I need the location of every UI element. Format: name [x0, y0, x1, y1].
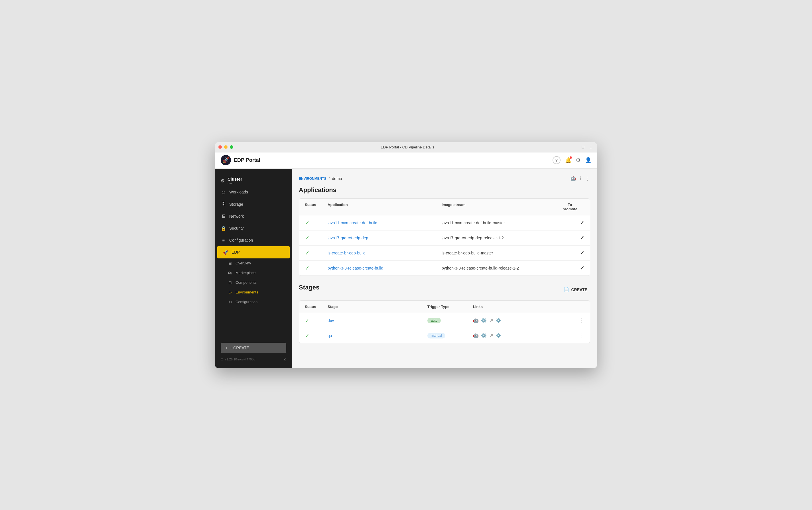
col-status: Status: [305, 203, 327, 211]
table-row: ✓ qa manual 🤖 ⚙️ ↗ ⚙️ ⋮: [299, 328, 590, 343]
app-header: 🚀 EDP Portal ? 🔔 ⚙ 👤: [215, 152, 597, 169]
sidebar-item-edp[interactable]: 🚀 EDP: [217, 246, 290, 259]
settings-button[interactable]: ⚙: [576, 157, 580, 163]
status-check-icon: ✓: [305, 235, 310, 241]
applications-table: Status Application Image stream Topromot…: [299, 198, 590, 276]
cluster-text: Cluster main: [228, 177, 242, 185]
table-row: ✓ js-create-br-edp-build js-create-br-ed…: [299, 246, 590, 261]
breadcrumb-parent[interactable]: ENVIRONMENTS: [299, 177, 326, 181]
version-info: ⊙ v1.26.10-eks-4f4795d ❮: [215, 355, 292, 364]
status-check-icon: ✓: [305, 220, 310, 226]
table-row: ✓ java17-grd-crt-edp-dep java17-grd-crt-…: [299, 231, 590, 246]
more-icon[interactable]: ⋮: [585, 176, 590, 182]
sidebar-sub-edp-configuration[interactable]: ⚙ Configuration: [215, 297, 292, 307]
app-link[interactable]: js-create-br-edp-build: [327, 251, 366, 255]
robot-icon[interactable]: 🤖: [571, 176, 576, 181]
col-trigger: Trigger Type: [427, 305, 473, 309]
notifications-button[interactable]: 🔔: [565, 157, 571, 163]
stage-link[interactable]: dev: [327, 318, 334, 323]
breadcrumb: ENVIRONMENTS / demo 🤖 ℹ ⋮: [299, 176, 590, 182]
sidebar-sub-components[interactable]: ⊟ Components: [215, 278, 292, 288]
sidebar-item-configuration[interactable]: ≡ Configuration: [215, 235, 292, 246]
sidebar-cluster[interactable]: ⚙ Cluster main: [215, 173, 292, 186]
stages-create-button[interactable]: 📄 CREATE: [561, 285, 590, 294]
window-icon-1[interactable]: □: [582, 145, 586, 149]
breadcrumb-actions: 🤖 ℹ ⋮: [571, 176, 590, 182]
sidebar-item-workloads[interactable]: ◎ Workloads: [215, 186, 292, 198]
robot-link-icon[interactable]: 🤖: [473, 318, 479, 323]
edp-icon: 🚀: [223, 249, 229, 255]
sidebar-item-label: Configuration: [229, 238, 253, 242]
cluster-name: Cluster: [228, 177, 242, 181]
info-icon[interactable]: ℹ: [580, 176, 582, 182]
edp-config-icon: ⚙: [228, 300, 233, 304]
stage-link[interactable]: qa: [327, 333, 332, 338]
promote-check: ✓: [556, 265, 584, 271]
sidebar-item-security[interactable]: 🔒 Security: [215, 222, 292, 235]
sub-item-label: Marketplace: [235, 271, 256, 275]
row-status: ✓: [305, 235, 327, 241]
user-button[interactable]: 👤: [585, 157, 591, 163]
settings-link-icon[interactable]: ⚙️: [481, 318, 487, 323]
app-link[interactable]: python-3-8-release-create-build: [327, 266, 383, 270]
sidebar-item-label: Storage: [229, 202, 243, 207]
create-label: + CREATE: [230, 346, 249, 350]
sidebar-item-network[interactable]: 🖥 Network: [215, 210, 292, 222]
gear-link-icon[interactable]: ⚙️: [495, 333, 501, 338]
marketplace-icon: 🛍: [228, 271, 233, 275]
app-link[interactable]: java11-mvn-create-def-build: [327, 220, 377, 225]
configuration-icon: ≡: [221, 238, 226, 243]
titlebar: EDP Portal - CD Pipeline Details □ ⋮: [215, 142, 597, 152]
app-window: EDP Portal - CD Pipeline Details □ ⋮ 🚀 E…: [215, 142, 597, 368]
cluster-sub: main: [228, 181, 242, 185]
components-icon: ⊟: [228, 280, 233, 285]
collapse-icon[interactable]: ❮: [284, 358, 286, 361]
sidebar-sub-environments[interactable]: ∞ Environments: [215, 288, 292, 297]
app-link[interactable]: java17-grd-crt-edp-dep: [327, 236, 368, 240]
row-status: ✓: [305, 249, 327, 257]
help-button[interactable]: ?: [553, 156, 560, 164]
sidebar-item-label: EDP: [232, 250, 240, 254]
settings-link-icon[interactable]: ⚙️: [481, 333, 487, 338]
window-menu-icon[interactable]: ⋮: [589, 145, 593, 149]
arrow-link-icon[interactable]: ↗: [489, 332, 493, 339]
sidebar-item-label: Network: [229, 214, 244, 218]
row-menu-button[interactable]: ⋮: [573, 317, 584, 324]
applications-title: Applications: [299, 186, 590, 194]
arrow-link-icon[interactable]: ↗: [489, 318, 493, 324]
col-stage: Stage: [327, 305, 427, 309]
window-title: EDP Portal - CD Pipeline Details: [235, 145, 579, 149]
image-stream-value: java11-mvn-create-def-build-master: [442, 220, 556, 225]
sidebar-create-button[interactable]: + + CREATE: [221, 343, 286, 353]
robot-link-icon[interactable]: 🤖: [473, 333, 479, 338]
table-row: ✓ java11-mvn-create-def-build java11-mvn…: [299, 215, 590, 231]
close-button[interactable]: [219, 145, 222, 149]
status-check-icon: ✓: [305, 250, 310, 256]
environments-icon: ∞: [228, 290, 233, 295]
col-to-promote: Topromote: [556, 203, 584, 211]
main-layout: ⚙ Cluster main ◎ Workloads 🗄 Storage 🖥 N…: [215, 169, 597, 368]
trigger-type: auto: [427, 318, 473, 323]
create-file-icon: 📄: [564, 287, 569, 292]
minimize-button[interactable]: [224, 145, 228, 149]
gear-link-icon[interactable]: ⚙️: [495, 318, 501, 323]
main-content: ENVIRONMENTS / demo 🤖 ℹ ⋮ Applications S…: [292, 169, 597, 368]
stage-links: 🤖 ⚙️ ↗ ⚙️: [473, 318, 573, 324]
notification-dot: [570, 156, 572, 159]
col-links: Links: [473, 305, 573, 309]
plus-icon: +: [225, 346, 228, 350]
maximize-button[interactable]: [230, 145, 233, 149]
row-menu-button[interactable]: ⋮: [573, 332, 584, 339]
breadcrumb-current: demo: [332, 176, 342, 181]
sidebar-sub-overview[interactable]: ⊞ Overview: [215, 259, 292, 268]
sidebar-sub-marketplace[interactable]: 🛍 Marketplace: [215, 268, 292, 278]
image-stream-value: js-create-br-edp-build-master: [442, 251, 556, 255]
storage-icon: 🗄: [221, 202, 226, 207]
app-name: EDP Portal: [234, 157, 260, 163]
applications-table-header: Status Application Image stream Topromot…: [299, 199, 590, 215]
network-icon: 🖥: [221, 214, 226, 219]
sidebar-item-storage[interactable]: 🗄 Storage: [215, 198, 292, 210]
row-status: ✓: [305, 317, 327, 324]
image-stream-value: java17-grd-crt-edp-dep-release-1-2: [442, 236, 556, 240]
col-menu: [573, 305, 584, 309]
